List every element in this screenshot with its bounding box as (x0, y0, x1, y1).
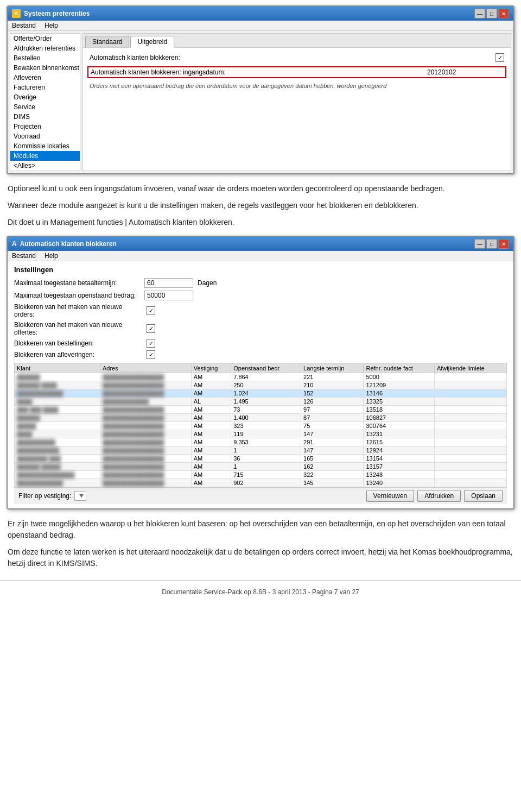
table-cell-0: ██████████ (15, 438, 100, 446)
sidebar-item-service[interactable]: Service (10, 102, 80, 112)
table-cell-0: ████████████ (15, 389, 100, 398)
table-cell-3: 7.864 (231, 373, 301, 381)
body-para-5: Om deze functie te laten werken is het u… (8, 546, 513, 569)
sidebar-item-projecten[interactable]: Projecten (10, 122, 80, 131)
settings-bestellingen: Blokkeren van bestellingen: (14, 339, 507, 348)
body-para-1: Optioneel kunt u ook een ingangsdatum in… (8, 183, 513, 194)
table-cell-1: ████████████████ (100, 446, 191, 455)
tab-uitgebreid[interactable]: Uitgebreid (130, 36, 174, 48)
table-cell-5: 12924 (364, 446, 434, 455)
sidebar-item-afleveren[interactable]: Afleveren (10, 73, 80, 83)
table-cell-4: 152 (301, 389, 364, 398)
table-cell-5: 13325 (364, 398, 434, 406)
restore-button[interactable]: □ (486, 9, 497, 18)
table-footer: Filter op vestiging: Vernieuwen Afdrukke… (14, 487, 507, 504)
close-button[interactable]: ✕ (498, 9, 509, 18)
table-cell-0: ████████████ (15, 479, 100, 487)
table-cell-6 (434, 438, 506, 446)
table-cell-1: ████████████████ (100, 438, 191, 446)
table-row[interactable]: ███ ███ ████████████████████AM739713518 (15, 406, 507, 414)
table-row[interactable]: ███████████████████████████████AM7153221… (15, 471, 507, 479)
table-cell-0: ████ (15, 398, 100, 406)
form-row-ingangsdatum: Automatisch klanten blokkeren: ingangsda… (87, 66, 506, 78)
table-cell-4: 147 (301, 446, 364, 455)
table-cell-6 (434, 446, 506, 455)
table-row[interactable]: ██████████████████████AM7.8642215000 (15, 373, 507, 381)
sidebar-item-factureren[interactable]: Factureren (10, 83, 80, 92)
win2-minimize-button[interactable]: — (474, 239, 485, 249)
settings-input-openstaand[interactable] (144, 291, 193, 300)
refresh-button[interactable]: Vernieuwen (366, 490, 415, 502)
sidebar-item-alles[interactable]: <Alles> (10, 161, 80, 171)
table-row[interactable]: ████████████████████████████AM1.02415213… (15, 389, 507, 398)
footer-buttons: Vernieuwen Afdrukken Opslaan (366, 490, 503, 502)
table-cell-3: 9.353 (231, 438, 301, 446)
settings-input-betaaltermijn[interactable] (144, 278, 193, 288)
sidebar-item-bewaken[interactable]: Bewaken binnenkomst (10, 63, 80, 73)
tab-standaard[interactable]: Standaard (85, 36, 129, 47)
save-button[interactable]: Opslaan (464, 490, 503, 502)
settings-label-afleveringen: Blokkeren van afleveringen: (14, 351, 144, 358)
table-cell-5: 12615 (364, 438, 434, 446)
form-label-ingangsdatum: Automatisch klanten blokkeren: ingangsda… (91, 68, 427, 76)
table-cell-0: ██████ (15, 414, 100, 422)
settings-check-nieuwe-orders[interactable] (147, 306, 155, 315)
sidebar-item-offerte[interactable]: Offerte/Order (10, 34, 80, 43)
settings-afleveringen: Blokkeren van afleveringen: (14, 350, 507, 359)
win2-close-button[interactable]: ✕ (498, 239, 509, 249)
table-cell-0: ███ ███ ████ (15, 406, 100, 414)
minimize-button[interactable]: — (474, 9, 485, 18)
table-cell-4: 75 (301, 422, 364, 430)
window2-titlebar: A Automatisch klanten blokkeren — □ ✕ (8, 237, 513, 251)
sidebar-item-afdrukken[interactable]: Afdrukken referenties (10, 43, 80, 53)
table-cell-2: AM (191, 381, 231, 389)
sidebar-item-voorraad[interactable]: Voorraad (10, 131, 80, 141)
sidebar-item-dims[interactable]: DIMS (10, 112, 80, 122)
table-row[interactable]: ██████████████████████████AM9.3532911261… (15, 438, 507, 446)
win2-restore-button[interactable]: □ (486, 239, 497, 249)
window1-icon: S (12, 9, 21, 18)
table-row[interactable]: ███████████████████████████AM114712924 (15, 446, 507, 455)
window1-title: Systeem preferenties (24, 10, 90, 17)
table-cell-4: 322 (301, 471, 364, 479)
table-row[interactable]: ██████ █████████████████████AM116213157 (15, 463, 507, 471)
menu-bestand[interactable]: Bestand (12, 22, 36, 29)
sidebar-item-overige[interactable]: Overige (10, 92, 80, 102)
table-cell-5: 300764 (364, 422, 434, 430)
table-row[interactable]: ████████████████████████████AM9021451324… (15, 479, 507, 487)
table-cell-1: ████████████████ (100, 422, 191, 430)
settings-label-nieuwe-orders: Blokkeren van het maken van nieuwe order… (14, 303, 144, 318)
menu-help[interactable]: Help (45, 22, 58, 29)
table-row[interactable]: ████████ ███████████████████AM3616513154 (15, 455, 507, 463)
print-button[interactable]: Afdrukken (417, 490, 461, 502)
table-cell-0: ███████████ (15, 446, 100, 455)
blokkeren-checkbox[interactable] (495, 53, 504, 62)
win2-menu-bestand[interactable]: Bestand (12, 252, 36, 260)
table-cell-6 (434, 479, 506, 487)
settings-label-nieuwe-offertes: Blokkeren van het maken van nieuwe offer… (14, 321, 144, 336)
table-row[interactable]: ████████████████████AM11914713231 (15, 430, 507, 438)
sidebar-item-bestellen[interactable]: Bestellen (10, 53, 80, 63)
table-row[interactable]: █████████████████████AM32375300764 (15, 422, 507, 430)
table-cell-4: 165 (301, 455, 364, 463)
table-cell-6 (434, 422, 506, 430)
table-cell-1: ████████████████ (100, 373, 191, 381)
settings-check-bestellingen[interactable] (147, 339, 155, 348)
table-cell-6 (434, 373, 506, 381)
win2-menu-help[interactable]: Help (45, 252, 58, 260)
table-row[interactable]: ██████████████████████AM1.40087106827 (15, 414, 507, 422)
table-cell-3: 1 (231, 463, 301, 471)
sidebar-item-modules[interactable]: Modules (10, 151, 80, 161)
table-cell-0: ████ (15, 430, 100, 438)
table-row[interactable]: ████████████████AL1.49512613325 (15, 398, 507, 406)
sidebar-item-kommissie[interactable]: Kommissie lokaties (10, 141, 80, 151)
settings-check-afleveringen[interactable] (147, 350, 155, 359)
table-row[interactable]: ██████ ████████████████████AM25021012120… (15, 381, 507, 389)
table-cell-4: 145 (301, 479, 364, 487)
table-cell-2: AM (191, 463, 231, 471)
table-cell-6 (434, 398, 506, 406)
settings-label-openstaand: Maximaal toegestaan openstaand bedrag: (14, 292, 144, 299)
filter-select[interactable] (74, 491, 86, 501)
table-cell-4: 87 (301, 414, 364, 422)
settings-check-nieuwe-offertes[interactable] (147, 324, 155, 333)
